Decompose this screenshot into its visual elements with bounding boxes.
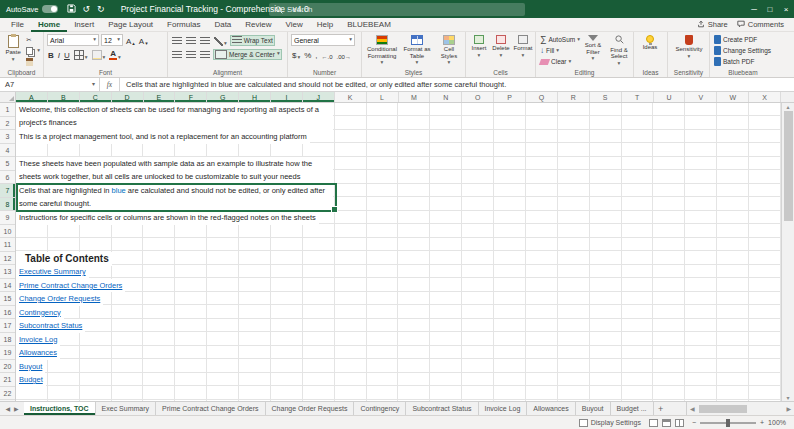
paste-button[interactable]: Paste ▾ [3, 34, 23, 62]
cell-A13[interactable]: Executive Summary [16, 265, 89, 279]
cell-styles-button[interactable]: Cell Styles▾ [435, 34, 463, 66]
share-button[interactable]: Share [697, 20, 728, 30]
row-header-5[interactable]: 5 [0, 157, 15, 171]
cell-A20[interactable]: Buyout [16, 360, 45, 374]
column-header-U[interactable]: U [654, 92, 686, 102]
comma-style-button[interactable]: , [314, 48, 318, 60]
row-header-13[interactable]: 13 [0, 265, 15, 279]
page-layout-view-icon[interactable] [662, 419, 671, 427]
align-bottom-button[interactable] [199, 34, 211, 46]
normal-view-icon[interactable] [649, 419, 658, 427]
align-left-button[interactable] [171, 48, 183, 60]
row-header-21[interactable]: 21 [0, 373, 15, 387]
column-header-F[interactable]: F [175, 92, 207, 102]
fx-icon[interactable]: fx [100, 78, 120, 91]
cells-layer[interactable]: Welcome, this collection of sheets can b… [16, 103, 781, 401]
column-header-G[interactable]: G [207, 92, 239, 102]
number-format-select[interactable]: General▾ [291, 34, 355, 46]
row-header-3[interactable]: 3 [0, 130, 15, 144]
font-color-button[interactable]: A▾ [108, 48, 122, 60]
sheet-tab-change-order-requests[interactable]: Change Order Requests [266, 402, 355, 415]
sheet-tab-prime-contract-change-orders[interactable]: Prime Contract Change Orders [156, 402, 265, 415]
italic-button[interactable]: I [57, 48, 61, 60]
cell-A19[interactable]: Allowances [16, 346, 60, 360]
column-header-J[interactable]: J [303, 92, 335, 102]
format-cells-button[interactable]: Format▾ [513, 34, 533, 58]
ribbon-tab-review[interactable]: Review [238, 18, 278, 32]
hscroll-right-icon[interactable]: ▶ [786, 405, 791, 412]
column-header-I[interactable]: I [271, 92, 303, 102]
column-header-W[interactable]: W [717, 92, 749, 102]
find-select-button[interactable]: Find & Select▾ [607, 34, 631, 66]
sensitivity-button[interactable]: Sensitivity▾ [671, 34, 707, 59]
search-box[interactable] [269, 3, 525, 16]
column-header-K[interactable]: K [335, 92, 367, 102]
row-header-20[interactable]: 20 [0, 360, 15, 374]
maximize-icon[interactable]: □ [762, 0, 778, 18]
sort-filter-button[interactable]: Sort & Filter▾ [581, 34, 605, 62]
zoom-in-icon[interactable]: + [760, 419, 764, 426]
sheet-tab-buyout[interactable]: Buyout [576, 402, 611, 415]
align-center-button[interactable] [185, 48, 197, 60]
bold-button[interactable]: B [47, 48, 55, 60]
row-header-17[interactable]: 17 [0, 319, 15, 333]
redo-icon[interactable]: ↻ [97, 5, 105, 14]
cut-button[interactable]: ✂ [25, 34, 41, 45]
sheet-nav-left-icon[interactable]: ◀ [5, 405, 10, 412]
cell-A16[interactable]: Contingency [16, 306, 64, 320]
sheet-tab-invoice-log[interactable]: Invoice Log [479, 402, 528, 415]
scroll-down-icon[interactable]: ▾ [786, 394, 789, 401]
horizontal-scrollbar-thumb[interactable] [699, 405, 747, 413]
ribbon-tab-bluebeam[interactable]: BLUEBEAM [340, 18, 398, 32]
zoom-slider[interactable] [700, 422, 756, 424]
display-settings-button[interactable]: Display Settings [579, 419, 641, 427]
decrease-decimal-button[interactable]: .00→ [336, 48, 352, 60]
orientation-button[interactable]: ▾ [213, 34, 228, 46]
ribbon-tab-data[interactable]: Data [207, 18, 238, 32]
column-header-Q[interactable]: Q [526, 92, 558, 102]
increase-font-size-button[interactable]: A▴ [125, 34, 136, 46]
zoom-out-icon[interactable]: − [692, 419, 696, 426]
name-box[interactable]: A7 [0, 78, 88, 91]
cell-A1[interactable]: Welcome, this collection of sheets can b… [16, 103, 333, 130]
sheet-tab-allowances[interactable]: Allowances [527, 402, 575, 415]
clear-button[interactable]: Clear▾ [539, 56, 579, 67]
column-header-S[interactable]: S [590, 92, 622, 102]
select-all-button[interactable] [0, 92, 16, 102]
sheet-nav-right-icon[interactable]: ▶ [14, 405, 19, 412]
vertical-scrollbar-thumb[interactable] [784, 111, 793, 221]
cell-A14[interactable]: Prime Contract Change Orders [16, 279, 125, 293]
column-header-V[interactable]: V [685, 92, 717, 102]
copy-button[interactable]: ▾ [25, 45, 41, 56]
close-icon[interactable]: × [778, 0, 794, 18]
cell-A3[interactable]: This is a project management tool, and i… [16, 130, 310, 144]
format-as-table-button[interactable]: Format as Table▾ [401, 34, 433, 66]
sheet-tab-subcontract-status[interactable]: Subcontract Status [406, 402, 478, 415]
ribbon-tab-file[interactable]: File [4, 18, 31, 32]
borders-button[interactable]: ▾ [73, 48, 89, 60]
undo-icon[interactable]: ↺ [83, 5, 91, 14]
row-header-6[interactable]: 6 [0, 171, 15, 185]
batch-pdf-button[interactable]: Batch PDF [713, 56, 772, 67]
format-painter-button[interactable] [25, 56, 41, 67]
column-header-D[interactable]: D [112, 92, 144, 102]
autosave-toggle[interactable]: AutoSave [6, 5, 58, 14]
ribbon-tab-help[interactable]: Help [310, 18, 340, 32]
row-header-8[interactable]: 8 [0, 198, 15, 212]
new-sheet-button[interactable]: + [654, 402, 668, 415]
ribbon-tab-home[interactable]: Home [31, 18, 67, 32]
row-header-16[interactable]: 16 [0, 306, 15, 320]
cell-A18[interactable]: Invoice Log [16, 333, 60, 347]
percent-style-button[interactable]: % [303, 48, 312, 60]
autosum-button[interactable]: ∑AutoSum▾ [539, 34, 579, 45]
column-header-X[interactable]: X [749, 92, 781, 102]
accounting-format-button[interactable]: $▾ [291, 48, 301, 60]
hscroll-left-icon[interactable]: ◀ [690, 405, 695, 412]
sheet-tab-budget[interactable]: Budget ... [611, 402, 654, 415]
column-header-N[interactable]: N [430, 92, 462, 102]
scroll-up-icon[interactable]: ▴ [786, 103, 789, 110]
increase-decimal-button[interactable]: ←.0 [321, 48, 334, 60]
name-box-dropdown-icon[interactable]: ▾ [88, 78, 100, 91]
cell-A12[interactable]: Table of Contents [16, 252, 112, 266]
column-header-P[interactable]: P [494, 92, 526, 102]
